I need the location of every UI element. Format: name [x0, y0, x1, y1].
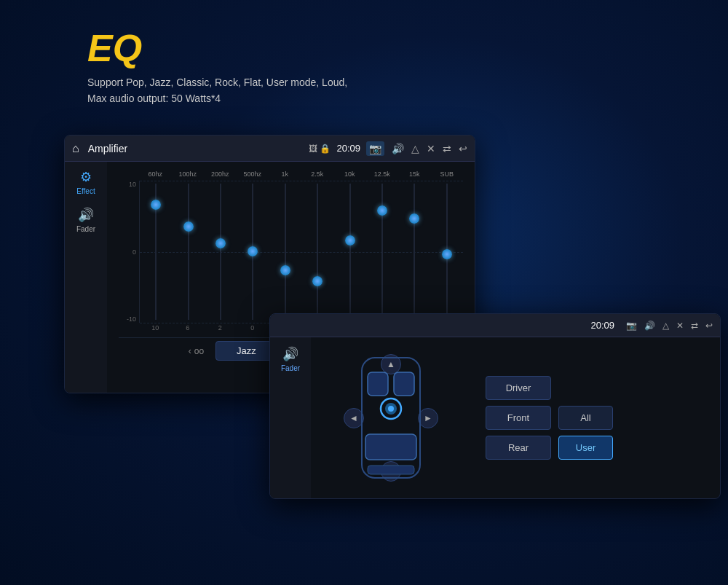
slider-thumb-60hz[interactable] [151, 200, 161, 210]
fader-label: Fader [76, 225, 95, 233]
slider-track-200hz [220, 184, 221, 320]
eq-sidebar: ⚙ Effect 🔊 Fader [65, 162, 107, 393]
eq-grid [139, 181, 463, 323]
sliders-container [140, 181, 463, 323]
fader-screen: 20:09 📷 🔊 △ ✕ ⇄ ↩ 🔊 Fader ▲ [269, 313, 721, 499]
car-svg [340, 350, 442, 485]
fader-repeat-icon[interactable]: ⇄ [691, 321, 698, 331]
val-100hz: 6 [177, 324, 199, 331]
slider-track-10k [349, 184, 351, 320]
home-icon[interactable]: ⌂ [72, 142, 79, 155]
front-button[interactable]: Front [486, 406, 551, 430]
amplifier-title: Amplifier [88, 143, 303, 154]
fader-content: 🔊 Fader ▲ ▼ ◄ ► [270, 337, 720, 498]
slider-thumb-15k[interactable] [409, 213, 419, 224]
y-label-mid: 0 [132, 248, 136, 256]
effect-icon: ⚙ [80, 169, 92, 185]
close-icon[interactable]: ✕ [427, 143, 435, 154]
fader-volume-icon[interactable]: 🔊 [644, 321, 655, 331]
file-icon: 🖼 🔒 [309, 144, 331, 154]
y-label-bot: -10 [127, 315, 136, 323]
slider-10k [339, 181, 361, 323]
eq-title-section: EQ Support Pop, Jazz, Classic, Rock, Fla… [87, 29, 347, 107]
fader-sidebar: 🔊 Fader [270, 337, 311, 498]
freq-500hz: 500hz [242, 170, 264, 178]
fader-main: ▲ ▼ ◄ ► [311, 337, 720, 498]
slider-125k [371, 181, 393, 323]
eq-title: EQ [87, 29, 347, 67]
slider-1k [274, 181, 296, 323]
eject-icon[interactable]: △ [411, 143, 419, 154]
user-button[interactable]: User [558, 436, 613, 460]
slider-thumb-500hz[interactable] [248, 246, 258, 256]
eq-subtitle: Support Pop, Jazz, Classic, Rock, Flat, … [87, 74, 347, 107]
svg-point-5 [388, 406, 394, 412]
rear-row: Rear User [486, 436, 705, 460]
repeat-icon[interactable]: ⇄ [443, 143, 451, 154]
slider-15k [403, 181, 425, 323]
slider-thumb-125k[interactable] [377, 205, 387, 216]
freq-25k: 2.5k [306, 170, 328, 178]
svg-rect-1 [368, 372, 388, 396]
freq-125k: 12.5k [371, 170, 393, 178]
slider-track-1k [285, 184, 286, 320]
slider-track-500hz [252, 184, 253, 320]
fader-icon: 🔊 [78, 207, 94, 223]
slider-25k [306, 181, 328, 323]
camera-icon[interactable]: 📷 [366, 141, 384, 156]
driver-row: Driver [486, 376, 705, 400]
rear-button[interactable]: Rear [486, 436, 551, 460]
val-200hz: 2 [209, 324, 231, 331]
slider-track-15k [414, 184, 415, 320]
fader-sidebar-label: Fader [281, 364, 300, 372]
mode-button[interactable]: Jazz [215, 341, 277, 361]
slider-thumb-sub[interactable] [442, 249, 452, 259]
y-axis: 10 0 -10 [119, 181, 139, 323]
car-svg-container: ▲ ▼ ◄ ► [340, 350, 442, 485]
fader-header: 20:09 📷 🔊 △ ✕ ⇄ ↩ [270, 314, 720, 337]
fader-time: 20:09 [590, 320, 614, 331]
freq-100hz: 100hz [177, 170, 199, 178]
fader-eject-icon[interactable]: △ [662, 321, 669, 331]
slider-60hz [145, 181, 167, 323]
freq-sub: SUB [436, 170, 458, 178]
slider-thumb-10k[interactable] [345, 235, 355, 246]
slider-200hz [210, 181, 232, 323]
freq-200hz: 200hz [209, 170, 231, 178]
slider-500hz [242, 181, 264, 323]
freq-1k: 1k [274, 170, 296, 178]
slider-track-sub [446, 184, 448, 320]
eq-graph: 10 0 -10 [119, 181, 463, 323]
fader-close-icon[interactable]: ✕ [676, 321, 684, 331]
car-diagram: ▲ ▼ ◄ ► [311, 337, 471, 498]
slider-thumb-25k[interactable] [312, 276, 323, 286]
prev-dots: oo [194, 346, 204, 356]
prev-icon: ‹ [189, 346, 191, 356]
svg-rect-6 [365, 434, 416, 460]
prev-nav[interactable]: ‹ oo [189, 346, 204, 356]
freq-60hz: 60hz [144, 170, 166, 178]
slider-track-60hz [155, 184, 157, 320]
val-60hz: 10 [144, 324, 166, 331]
slider-thumb-1k[interactable] [280, 265, 290, 275]
slider-thumb-200hz[interactable] [215, 238, 226, 248]
fader-camera-icon[interactable]: 📷 [626, 321, 637, 331]
driver-button[interactable]: Driver [486, 376, 551, 400]
slider-track-125k [381, 184, 383, 320]
svg-rect-7 [368, 466, 414, 474]
volume-icon[interactable]: 🔊 [392, 143, 404, 154]
slider-100hz [178, 181, 199, 323]
fader-sidebar-item[interactable]: 🔊 Fader [281, 346, 300, 372]
sidebar-item-effect[interactable]: ⚙ Effect [76, 169, 95, 195]
eq-subtitle-line1: Support Pop, Jazz, Classic, Rock, Flat, … [87, 76, 347, 88]
sidebar-item-fader[interactable]: 🔊 Fader [76, 207, 95, 233]
freq-10k: 10k [339, 170, 360, 178]
fader-back-icon[interactable]: ↩ [705, 321, 713, 331]
back-icon[interactable]: ↩ [459, 143, 467, 154]
val-500hz: 0 [242, 324, 264, 331]
all-button[interactable]: All [558, 406, 613, 430]
eq-subtitle-line2: Max audio output: 50 Watts*4 [87, 93, 221, 104]
svg-rect-2 [394, 372, 414, 396]
slider-thumb-100hz[interactable] [183, 221, 194, 232]
slider-track-25k [317, 184, 318, 320]
